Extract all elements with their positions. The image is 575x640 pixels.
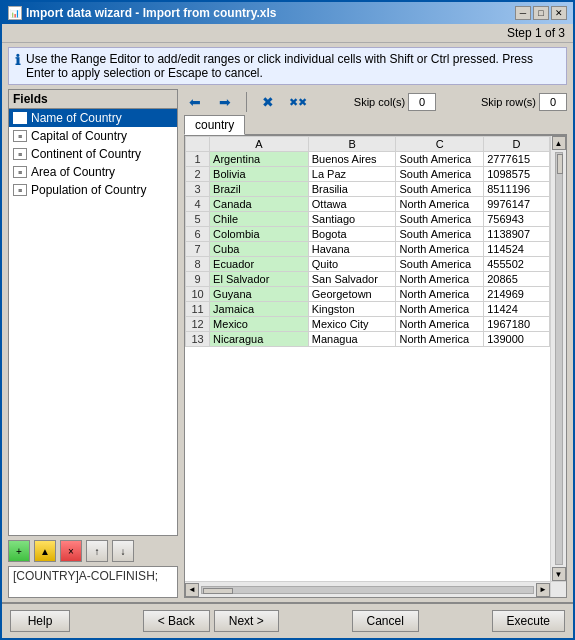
cell-d[interactable]: 139000 xyxy=(484,332,550,347)
table-row[interactable]: 8EcuadorQuitoSouth America455502 xyxy=(186,257,550,272)
table-row[interactable]: 9El SalvadorSan SalvadorNorth America208… xyxy=(186,272,550,287)
scroll-right-button[interactable]: ► xyxy=(536,583,550,597)
cell-c[interactable]: North America xyxy=(396,317,484,332)
minimize-button[interactable]: ─ xyxy=(515,6,531,20)
cell-b[interactable]: Santiago xyxy=(308,212,396,227)
cell-b[interactable]: Kingston xyxy=(308,302,396,317)
cell-a[interactable]: Chile xyxy=(210,212,309,227)
cell-a[interactable]: Cuba xyxy=(210,242,309,257)
cell-a[interactable]: Argentina xyxy=(210,152,309,167)
scroll-up-button[interactable]: ▲ xyxy=(552,136,566,150)
cell-c[interactable]: North America xyxy=(396,287,484,302)
cell-c[interactable]: South America xyxy=(396,152,484,167)
cell-b[interactable]: Buenos Aires xyxy=(308,152,396,167)
help-button[interactable]: Help xyxy=(10,610,70,632)
add-button[interactable]: + xyxy=(8,540,30,562)
skip-rows-input[interactable] xyxy=(539,93,567,111)
maximize-button[interactable]: □ xyxy=(533,6,549,20)
cell-c[interactable]: North America xyxy=(396,197,484,212)
back-button[interactable]: < Back xyxy=(143,610,210,632)
skip-cols-input[interactable] xyxy=(408,93,436,111)
cell-b[interactable]: San Salvador xyxy=(308,272,396,287)
close-button[interactable]: ✕ xyxy=(551,6,567,20)
field-item-population[interactable]: ≡ Population of Country xyxy=(9,181,177,199)
scroll-down-button[interactable]: ▼ xyxy=(552,567,566,581)
table-row[interactable]: 6ColombiaBogotaSouth America1138907 xyxy=(186,227,550,242)
vertical-scrollbar[interactable]: ▲ ▼ xyxy=(550,136,566,581)
table-row[interactable]: 12MexicoMexico CityNorth America1967180 xyxy=(186,317,550,332)
cell-c[interactable]: South America xyxy=(396,227,484,242)
nav-right-button[interactable]: ➡ xyxy=(214,91,236,113)
spreadsheet-scroll[interactable]: A B C D 1ArgentinaBuenos AiresSouth Amer… xyxy=(185,136,550,581)
cell-b[interactable]: La Paz xyxy=(308,167,396,182)
table-row[interactable]: 11JamaicaKingstonNorth America11424 xyxy=(186,302,550,317)
cell-b[interactable]: Quito xyxy=(308,257,396,272)
col-a-header[interactable]: A xyxy=(210,137,309,152)
col-b-header[interactable]: B xyxy=(308,137,396,152)
h-scroll-track[interactable] xyxy=(201,586,534,594)
cell-b[interactable]: Mexico City xyxy=(308,317,396,332)
cell-b[interactable]: Georgetown xyxy=(308,287,396,302)
cell-d[interactable]: 2777615 xyxy=(484,152,550,167)
cell-c[interactable]: South America xyxy=(396,257,484,272)
cell-a[interactable]: Nicaragua xyxy=(210,332,309,347)
cell-d[interactable]: 11424 xyxy=(484,302,550,317)
table-row[interactable]: 4CanadaOttawaNorth America9976147 xyxy=(186,197,550,212)
table-row[interactable]: 1ArgentinaBuenos AiresSouth America27776… xyxy=(186,152,550,167)
table-row[interactable]: 13NicaraguaManaguaNorth America139000 xyxy=(186,332,550,347)
execute-button[interactable]: Execute xyxy=(492,610,565,632)
next-button[interactable]: Next > xyxy=(214,610,279,632)
cell-c[interactable]: South America xyxy=(396,212,484,227)
cell-c[interactable]: North America xyxy=(396,302,484,317)
table-row[interactable]: 10GuyanaGeorgetownNorth America214969 xyxy=(186,287,550,302)
cell-b[interactable]: Brasilia xyxy=(308,182,396,197)
edit-button[interactable]: ▲ xyxy=(34,540,56,562)
cell-a[interactable]: Jamaica xyxy=(210,302,309,317)
col-d-header[interactable]: D xyxy=(484,137,550,152)
delete-all-button[interactable]: ✖✖ xyxy=(287,91,309,113)
table-row[interactable]: 3BrazilBrasiliaSouth America8511196 xyxy=(186,182,550,197)
table-row[interactable]: 2BoliviaLa PazSouth America1098575 xyxy=(186,167,550,182)
tab-country[interactable]: country xyxy=(184,115,245,135)
cell-a[interactable]: Mexico xyxy=(210,317,309,332)
cell-c[interactable]: North America xyxy=(396,332,484,347)
cell-c[interactable]: South America xyxy=(396,167,484,182)
cell-c[interactable]: North America xyxy=(396,272,484,287)
cell-a[interactable]: Bolivia xyxy=(210,167,309,182)
cell-a[interactable]: El Salvador xyxy=(210,272,309,287)
table-row[interactable]: 5ChileSantiagoSouth America756943 xyxy=(186,212,550,227)
field-item-continent[interactable]: ≡ Continent of Country xyxy=(9,145,177,163)
cell-d[interactable]: 114524 xyxy=(484,242,550,257)
cell-c[interactable]: North America xyxy=(396,242,484,257)
cell-a[interactable]: Brazil xyxy=(210,182,309,197)
cell-d[interactable]: 756943 xyxy=(484,212,550,227)
field-item-name[interactable]: ≡ Name of Country xyxy=(9,109,177,127)
cell-d[interactable]: 9976147 xyxy=(484,197,550,212)
scroll-track[interactable] xyxy=(555,152,563,565)
scroll-thumb[interactable] xyxy=(557,154,563,174)
cell-d[interactable]: 1138907 xyxy=(484,227,550,242)
cell-b[interactable]: Ottawa xyxy=(308,197,396,212)
cell-a[interactable]: Ecuador xyxy=(210,257,309,272)
cell-d[interactable]: 1967180 xyxy=(484,317,550,332)
nav-left-button[interactable]: ⬅ xyxy=(184,91,206,113)
cancel-button[interactable]: Cancel xyxy=(352,610,419,632)
cell-b[interactable]: Managua xyxy=(308,332,396,347)
cell-a[interactable]: Canada xyxy=(210,197,309,212)
delete-button[interactable]: × xyxy=(60,540,82,562)
field-item-capital[interactable]: ≡ Capital of Country xyxy=(9,127,177,145)
cell-b[interactable]: Havana xyxy=(308,242,396,257)
cell-a[interactable]: Guyana xyxy=(210,287,309,302)
cell-d[interactable]: 20865 xyxy=(484,272,550,287)
h-scroll-thumb[interactable] xyxy=(203,588,233,594)
col-c-header[interactable]: C xyxy=(396,137,484,152)
cell-b[interactable]: Bogota xyxy=(308,227,396,242)
cell-d[interactable]: 1098575 xyxy=(484,167,550,182)
cell-d[interactable]: 455502 xyxy=(484,257,550,272)
move-down-button[interactable]: ↓ xyxy=(112,540,134,562)
cell-a[interactable]: Colombia xyxy=(210,227,309,242)
cell-c[interactable]: South America xyxy=(396,182,484,197)
scroll-left-button[interactable]: ◄ xyxy=(185,583,199,597)
table-row[interactable]: 7CubaHavanaNorth America114524 xyxy=(186,242,550,257)
move-up-button[interactable]: ↑ xyxy=(86,540,108,562)
